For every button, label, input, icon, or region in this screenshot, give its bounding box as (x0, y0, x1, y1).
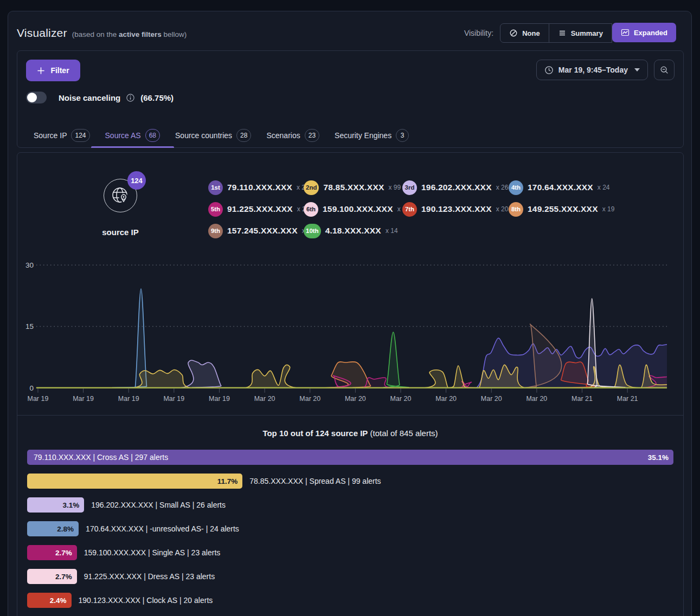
x-axis-label: Mar 19 (163, 395, 184, 403)
bar-label: 79.110.XXX.XXX | Cross AS | 297 alerts (27, 453, 168, 462)
rank-badge: 1st (208, 180, 223, 195)
legend-item[interactable]: 8th149.255.XXX.XXXx 19 (509, 202, 614, 217)
alert-bar[interactable]: 2.8% (27, 521, 79, 536)
legend-item[interactable]: 10th4.18.XXX.XXXx 14 (304, 224, 402, 238)
visualizer-panel: Visualizer (based on the active filters … (8, 11, 692, 616)
bar-label: 159.100.XXX.XXX | Single AS | 23 alerts (84, 548, 221, 557)
tab-scenarios[interactable]: Scenarios 23 (259, 124, 327, 147)
alert-bar[interactable]: 79.110.XXX.XXX | Cross AS | 297 alerts 3… (27, 450, 673, 465)
legend-item[interactable]: 5th91.225.XXX.XXXx 23 (208, 202, 304, 217)
x-axis-label: Mar 20 (299, 395, 320, 403)
legend-item[interactable]: 9th157.245.XXX.XXXx 16 (208, 224, 304, 238)
alert-bar-row: 2.7% 159.100.XXX.XXX | Single AS | 23 al… (27, 545, 673, 560)
x-axis-label: Mar 20 (345, 395, 366, 403)
plus-icon (37, 67, 45, 75)
alert-bar[interactable]: 11.7% (27, 474, 242, 489)
zoom-out-button[interactable] (654, 60, 675, 80)
page-subtitle: (based on the active filters bellow) (72, 30, 187, 38)
x-axis-label: Mar 20 (390, 395, 412, 403)
noise-canceling-toggle[interactable] (26, 92, 47, 103)
add-filter-button[interactable]: Filter (26, 60, 80, 81)
legend-item[interactable]: 2nd78.85.XXX.XXXx 99 (304, 180, 402, 195)
x-axis-label: Mar 20 (435, 395, 457, 403)
entity-label: source IP (87, 228, 154, 237)
legend-item[interactable]: 6th159.100.XXX.XXXx 23 (304, 202, 402, 217)
legend-item[interactable]: 1st79.110.XXX.XXXx 297 (208, 180, 304, 195)
visibility-none-label: None (522, 29, 540, 37)
noise-canceling-row: Noise canceling (66.75%) (26, 92, 675, 103)
header: Visualizer (based on the active filters … (8, 11, 691, 50)
x-axis-label: Mar 20 (526, 395, 547, 403)
rank-badge: 9th (208, 224, 223, 238)
alert-bar-row: 79.110.XXX.XXX | Cross AS | 297 alerts 3… (27, 450, 673, 465)
rank-badge: 7th (402, 202, 417, 217)
tab-source-countries[interactable]: Source countries 28 (168, 124, 259, 147)
alert-bar[interactable]: 3.1% (27, 497, 84, 513)
visibility-expanded-label: Expanded (634, 29, 667, 37)
x-axis-label: Mar 19 (118, 395, 139, 403)
tab-count-badge: 68 (145, 129, 160, 142)
toggle-knob (27, 93, 37, 102)
x-axis-label: Mar 19 (73, 395, 94, 403)
tab-security-engines[interactable]: Security Engines 3 (327, 124, 416, 147)
x-axis-label: Mar 19 (209, 395, 230, 403)
x-axis-label: Mar 21 (571, 395, 593, 403)
tab-source-as[interactable]: Source AS 68 (98, 124, 168, 147)
tab-count-badge: 28 (236, 129, 251, 142)
chevron-down-icon (634, 68, 640, 72)
rank-badge: 6th (304, 202, 318, 217)
top-ip-bars: 79.110.XXX.XXX | Cross AS | 297 alerts 3… (27, 450, 673, 608)
visibility-none-button[interactable]: None (500, 24, 549, 42)
rank-badge: 8th (509, 202, 523, 217)
noise-canceling-label: Noise canceling (59, 93, 120, 102)
timeseries-chart[interactable]: 30150Mar 19Mar 19Mar 19Mar 19Mar 19Mar 2… (25, 254, 676, 407)
bar-label: 190.123.XXX.XXX | Clock AS | 20 alerts (79, 596, 213, 605)
alert-bar-row: 2.8% 170.64.XXX.XXX | -unresolved AS- | … (27, 521, 673, 536)
bar-percent: 3.1% (62, 501, 84, 509)
filter-tabs: Source IP 124 Source AS 68 Source countr… (26, 124, 675, 147)
x-axis-label: Mar 19 (28, 395, 49, 403)
tab-count-badge: 23 (305, 129, 319, 142)
info-icon[interactable] (126, 93, 135, 102)
chart-section: 124 (17, 153, 683, 416)
bar-percent: 35.1% (648, 453, 673, 462)
legend-item[interactable]: 7th190.123.XXX.XXXx 20 (402, 202, 509, 217)
y-axis-label: 0 (29, 384, 34, 392)
summary-icon (558, 29, 567, 37)
alert-bar-row: 2.7% 91.225.XXX.XXX | Dress AS | 23 aler… (27, 569, 673, 584)
bar-percent: 2.8% (57, 525, 79, 533)
x-axis-label: Mar 20 (481, 395, 502, 403)
main-panel: 124 (17, 152, 684, 616)
visibility-expanded-button[interactable]: Expanded (612, 23, 676, 42)
rank-badge: 3rd (402, 180, 417, 195)
noise-canceling-percent: (66.75%) (140, 93, 174, 102)
visibility-summary-button[interactable]: Summary (549, 24, 612, 42)
page-title: Visualizer (17, 27, 67, 40)
tab-count-badge: 124 (71, 129, 89, 142)
visibility-label: Visibility: (464, 29, 493, 37)
clock-icon (544, 66, 554, 75)
date-range-picker[interactable]: Mar 19, 9:45–Today (536, 60, 648, 80)
alert-bar-row: 11.7% 78.85.XXX.XXX | Spread AS | 99 ale… (27, 474, 673, 489)
x-axis-label: Mar 21 (617, 395, 638, 403)
legend-item[interactable]: 3rd196.202.XXX.XXXx 26 (402, 180, 509, 195)
bar-percent: 2.7% (55, 549, 77, 557)
alert-bar-row: 2.4% 190.123.XXX.XXX | Clock AS | 20 ale… (27, 593, 673, 608)
filter-panel: Filter Mar 19, 9:45–Today Noi (17, 50, 684, 148)
rank-badge: 2nd (304, 180, 319, 195)
entity-count-badge: 124 (127, 171, 146, 190)
bar-percent: 11.7% (217, 477, 243, 485)
tab-source-ip[interactable]: Source IP 124 (26, 124, 98, 147)
y-axis-label: 30 (25, 261, 34, 269)
date-range-value: Mar 19, 9:45–Today (558, 66, 628, 74)
summary-section: Top 10 out of 124 source IP (total of 84… (17, 429, 683, 608)
summary-title: Top 10 out of 124 source IP (total of 84… (27, 429, 673, 438)
alert-bar[interactable]: 2.4% (27, 593, 72, 608)
alert-bar[interactable]: 2.7% (27, 569, 77, 584)
bar-label: 170.64.XXX.XXX | -unresolved AS- | 24 al… (86, 524, 239, 533)
expanded-chart-icon (621, 28, 630, 37)
none-icon (509, 29, 518, 37)
bar-percent: 2.4% (50, 596, 72, 605)
legend-item[interactable]: 4th170.64.XXX.XXXx 24 (509, 180, 614, 195)
alert-bar[interactable]: 2.7% (27, 545, 77, 560)
